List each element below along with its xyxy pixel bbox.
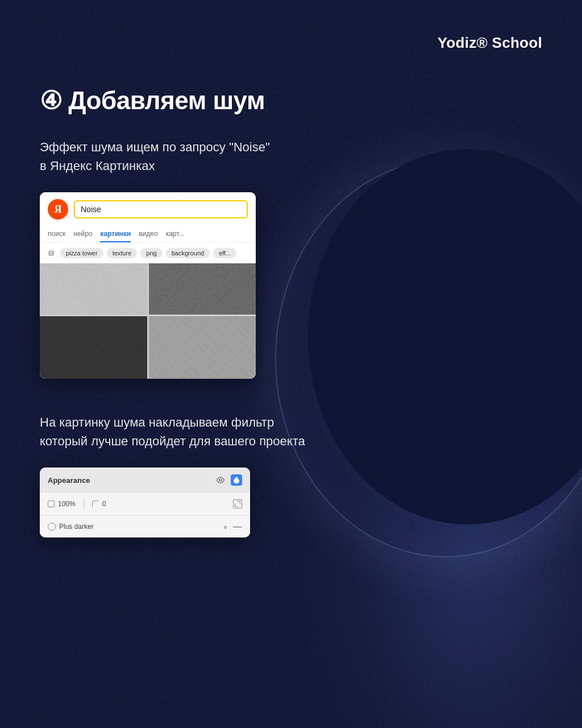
opacity-field: 100%	[48, 500, 76, 508]
filter-eff: eff...	[213, 248, 236, 258]
tab-maps: карт...	[166, 226, 185, 242]
filter-texture: texture	[107, 248, 138, 258]
yandex-logo: Я	[48, 199, 68, 220]
header: Yodiz® School	[40, 34, 542, 52]
panel-title: Appearance	[48, 476, 90, 485]
noise-image-2	[149, 263, 256, 315]
corner-icon	[92, 500, 99, 507]
step-title: ④ Добавляем шум	[40, 86, 542, 115]
tab-neuro: нейро	[73, 226, 92, 242]
noise-image-1	[40, 263, 147, 315]
search-filters: ⊟ pizza tower texture png background eff…	[40, 243, 256, 263]
divider-1	[84, 498, 84, 510]
step-title-text: Добавляем шум	[68, 86, 265, 114]
svg-point-0	[219, 479, 222, 481]
blend-icon	[48, 523, 56, 531]
description-1: Эффект шума ищем по запросу "Noise" в Ян…	[40, 138, 381, 175]
filter-background: background	[166, 248, 210, 258]
resize-icon	[233, 499, 242, 508]
corner-field: 0	[92, 500, 106, 508]
filter-icon: ⊟	[45, 247, 57, 259]
corner-value: 0	[102, 500, 106, 508]
filter-png: png	[140, 248, 162, 258]
opacity-row: 100% 0	[40, 493, 250, 515]
search-input-mock: Noise	[74, 200, 248, 218]
tab-video: видео	[139, 226, 157, 242]
noise-image-4	[149, 316, 256, 379]
opacity-value: 100%	[58, 500, 76, 508]
blend-mode-value: Plus darker	[59, 523, 94, 531]
appearance-panel: Appearance 100%	[40, 468, 250, 537]
image-grid	[40, 263, 256, 379]
minus-icon: —	[233, 522, 242, 532]
eye-icon	[215, 474, 226, 486]
dropdown-arrow-icon: ∨	[223, 524, 227, 530]
brand-name: Yodiz® School	[438, 34, 542, 52]
search-tabs: поиск нейро картинки видео карт...	[40, 226, 256, 243]
noise-image-3	[40, 316, 147, 379]
water-drop-icon	[231, 474, 242, 486]
tab-images: картинки	[100, 226, 131, 242]
search-bar: Я Noise	[40, 192, 256, 226]
blend-mode-row: Plus darker ∨ —	[40, 515, 250, 537]
search-mockup: Я Noise поиск нейро картинки видео карт.…	[40, 192, 256, 379]
blend-mode-dropdown: Plus darker ∨	[48, 523, 227, 531]
opacity-box-icon	[48, 500, 55, 507]
filter-pizza-tower: pizza tower	[60, 248, 103, 258]
panel-header: Appearance	[40, 468, 250, 493]
tab-search: поиск	[48, 226, 65, 242]
step-number: ④	[40, 86, 62, 114]
description-2: На картинку шума накладываем фильтр кото…	[40, 413, 381, 450]
panel-icons	[215, 474, 242, 486]
